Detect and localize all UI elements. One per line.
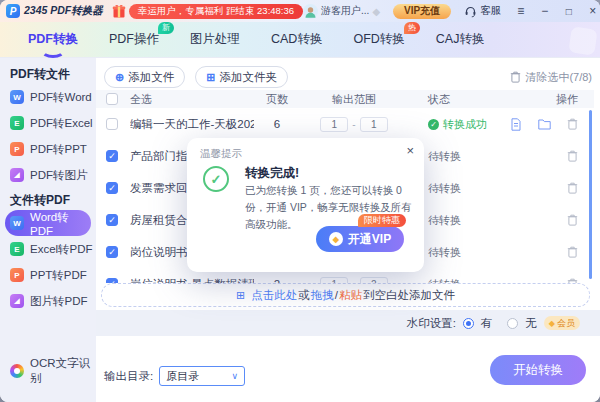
tab-ofd-convert[interactable]: OFD转换 热: [353, 31, 404, 48]
delete-icon[interactable]: [567, 214, 578, 226]
watermark-on-label: 有: [481, 316, 493, 331]
table-header: 全选 页数 输出范围 状态 操作: [96, 90, 594, 108]
watermark-off-label: 无: [525, 316, 537, 331]
range-to-input[interactable]: 1: [360, 117, 388, 132]
select-all-checkbox[interactable]: [106, 93, 118, 105]
avatar: [303, 4, 318, 19]
excel-icon: E: [10, 116, 24, 130]
main-nav-tabs: PDF转换 PDF操作 新 图片处理 CAD转换 OFD转换 热 CAJ转换: [0, 22, 600, 58]
row-checkbox[interactable]: ✓: [106, 182, 118, 194]
watermark-on-radio[interactable]: [463, 318, 474, 329]
trash-icon: [510, 71, 521, 83]
open-folder-icon[interactable]: [538, 119, 551, 130]
col-pages: 页数: [254, 92, 300, 107]
tab-pdf-convert[interactable]: PDF转换: [28, 31, 78, 48]
promo-banner[interactable]: 幸运用户，专属福利 距结束 23:48:36: [111, 3, 303, 19]
start-convert-button[interactable]: 开始转换: [490, 355, 586, 385]
output-directory-select[interactable]: 原目录 ∨: [159, 366, 245, 386]
headset-icon: [464, 5, 477, 18]
output-range: 1 - 1: [300, 117, 408, 132]
clear-selected-button[interactable]: 清除选中(7/8): [510, 70, 592, 85]
page-count: 6: [254, 118, 300, 130]
file-toolbar: ⊕ 添加文件 ⊞ 添加文件夹 清除选中(7/8): [104, 66, 592, 88]
menu-icon[interactable]: ≡: [514, 4, 527, 18]
table-row: 编辑一天的工作-天极202... 6 1 - 1 ✓ 转换成功: [96, 108, 594, 140]
tab-caj-convert[interactable]: CAJ转换: [436, 31, 485, 48]
delete-icon[interactable]: [567, 246, 578, 258]
delete-icon[interactable]: [567, 118, 578, 130]
customer-service-button[interactable]: 客服: [464, 4, 501, 18]
add-file-button[interactable]: ⊕ 添加文件: [104, 66, 185, 88]
conversion-complete-dialog: 温馨提示 × ✓ 转换完成! 已为您转换 1 页，您还可以转换 0 份，开通 V…: [187, 138, 424, 272]
row-checkbox[interactable]: ✓: [106, 150, 118, 162]
sidebar-item-pdf-to-word[interactable]: W PDF转Word: [0, 84, 96, 110]
active-tab-underline: [41, 44, 65, 58]
sidebar-section-file-to-pdf: 文件转PDF: [0, 190, 96, 210]
user-account[interactable]: 游客用户... ◆: [303, 4, 380, 19]
sidebar-item-pdf-to-image[interactable]: ◢ PDF转图片: [0, 162, 96, 188]
file-dropzone[interactable]: ⊞ 点击此处 或 拖拽 / 粘贴 到空白处添加文件: [101, 283, 590, 307]
sidebar-item-word-to-pdf[interactable]: W Word转PDF: [5, 210, 91, 236]
image-icon: ◢: [10, 168, 24, 182]
ocr-icon: [10, 364, 24, 378]
service-label: 客服: [480, 4, 501, 18]
open-vip-button[interactable]: ◆ 开通VIP: [316, 226, 404, 252]
col-status: 状态: [408, 92, 506, 107]
plus-square-icon: ⊞: [206, 71, 215, 84]
tab-image-process[interactable]: 图片处理: [190, 31, 240, 48]
tab-pdf-operate[interactable]: PDF操作 新: [109, 31, 159, 48]
sidebar-item-ppt-to-pdf[interactable]: P PPT转PDF: [0, 262, 96, 288]
plus-circle-icon: ⊕: [115, 71, 124, 84]
open-file-icon[interactable]: [510, 118, 522, 131]
success-check-icon: ✓: [428, 119, 439, 130]
sidebar: PDF转文件 W PDF转Word E PDF转Excel P PDF转PPT …: [0, 58, 96, 402]
titlebar-right: 游客用户... ◆ VIP充值 客服 ≡ − □ ×: [303, 4, 599, 19]
vip-diamond-icon: ◆: [372, 6, 380, 17]
row-checkbox[interactable]: ✓: [106, 246, 118, 258]
list-scrollbar[interactable]: [589, 110, 592, 279]
watermark-off-radio[interactable]: [507, 318, 518, 329]
minimize-icon[interactable]: −: [538, 4, 551, 18]
tab-cad-convert[interactable]: CAD转换: [271, 31, 322, 48]
hot-badge: 热: [404, 22, 420, 34]
user-name: 游客用户...: [321, 4, 369, 18]
image-icon: ◢: [10, 294, 24, 308]
app-logo-icon: P: [6, 4, 20, 18]
ppt-icon: P: [10, 268, 24, 282]
dialog-heading: 转换完成!: [245, 165, 299, 182]
row-checkbox[interactable]: [106, 118, 118, 130]
word-icon: W: [10, 216, 24, 230]
promo-countdown: 幸运用户，专属福利 距结束 23:48:36: [129, 4, 303, 19]
delete-icon[interactable]: [567, 182, 578, 194]
status-success: ✓ 转换成功: [408, 117, 506, 132]
dialog-title: 温馨提示: [200, 147, 242, 161]
add-folder-button[interactable]: ⊞ 添加文件夹: [195, 66, 288, 88]
range-from-input[interactable]: 1: [320, 117, 348, 132]
sidebar-section-pdf-to-file: PDF转文件: [0, 64, 96, 84]
new-badge: 新: [158, 22, 174, 34]
output-directory-label: 输出目录:: [104, 369, 153, 384]
vip-recharge-button[interactable]: VIP充值: [393, 4, 451, 19]
row-checkbox[interactable]: ✓: [106, 214, 118, 226]
background-logo-watermark: [568, 26, 597, 55]
limited-offer-badge: 限时特惠: [358, 214, 406, 227]
col-actions: 操作: [506, 92, 594, 107]
app-window: P 2345 PDF转换器 幸运用户，专属福利 距结束 23:48:36 游客用…: [0, 0, 600, 402]
vip-diamond-icon: ◆: [329, 232, 343, 246]
member-badge[interactable]: ◆ 会员: [544, 316, 580, 330]
window-controls: ≡ − □ ×: [514, 4, 599, 18]
close-icon[interactable]: ×: [406, 143, 414, 158]
output-directory-row: 输出目录: 原目录 ∨: [104, 366, 245, 386]
delete-icon[interactable]: [567, 150, 578, 162]
diamond-icon: ◆: [549, 319, 555, 328]
app-logo: P 2345 PDF转换器: [6, 4, 103, 18]
sidebar-item-image-to-pdf[interactable]: ◢ 图片转PDF: [0, 288, 96, 314]
maximize-icon[interactable]: □: [562, 6, 575, 17]
title-bar: P 2345 PDF转换器 幸运用户，专属福利 距结束 23:48:36 游客用…: [0, 0, 600, 22]
sidebar-item-pdf-to-excel[interactable]: E PDF转Excel: [0, 110, 96, 136]
chevron-down-icon: ∨: [232, 371, 239, 381]
close-icon[interactable]: ×: [586, 4, 599, 18]
sidebar-item-ocr[interactable]: OCR文字识别: [10, 356, 96, 386]
sidebar-item-excel-to-pdf[interactable]: E Excel转PDF: [0, 236, 96, 262]
sidebar-item-pdf-to-ppt[interactable]: P PDF转PPT: [0, 136, 96, 162]
